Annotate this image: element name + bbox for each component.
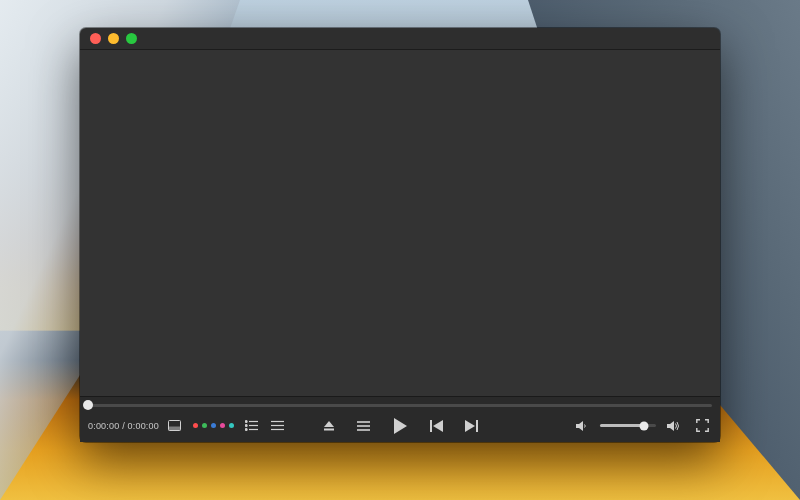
time-current: 0:00:00 bbox=[88, 421, 119, 431]
volume-slider[interactable] bbox=[600, 424, 656, 427]
svg-rect-12 bbox=[324, 428, 334, 430]
svg-marker-16 bbox=[394, 418, 407, 434]
svg-rect-17 bbox=[430, 420, 432, 432]
svg-marker-18 bbox=[433, 420, 443, 432]
seek-thumb[interactable] bbox=[83, 400, 93, 410]
video-viewport[interactable] bbox=[80, 50, 720, 396]
bookmarks-list-icon[interactable] bbox=[268, 416, 288, 436]
volume-high-icon[interactable] bbox=[664, 416, 684, 436]
svg-rect-20 bbox=[476, 420, 478, 432]
aspect-ratio-button[interactable] bbox=[165, 416, 185, 436]
window-zoom-button[interactable] bbox=[126, 33, 137, 44]
svg-point-4 bbox=[246, 425, 248, 427]
color-dot[interactable] bbox=[211, 423, 216, 428]
time-separator: / bbox=[122, 421, 125, 431]
controls-buttons-row: 0:00:00 / 0:00:00 bbox=[88, 413, 712, 438]
svg-marker-22 bbox=[667, 421, 674, 431]
seek-bar-row bbox=[88, 397, 712, 413]
playlist-button[interactable] bbox=[353, 416, 373, 436]
svg-marker-21 bbox=[576, 421, 583, 431]
time-total: 0:00:00 bbox=[128, 421, 159, 431]
media-player-window: 0:00:00 / 0:00:00 bbox=[80, 28, 720, 442]
desktop-wallpaper: 0:00:00 / 0:00:00 bbox=[0, 0, 800, 500]
fullscreen-button[interactable] bbox=[692, 416, 712, 436]
color-dot[interactable] bbox=[193, 423, 198, 428]
previous-track-button[interactable] bbox=[427, 416, 447, 436]
svg-point-6 bbox=[246, 429, 248, 431]
volume-thumb[interactable] bbox=[639, 421, 648, 430]
color-dot[interactable] bbox=[202, 423, 207, 428]
seek-slider[interactable] bbox=[88, 404, 712, 407]
window-close-button[interactable] bbox=[90, 33, 101, 44]
time-display: 0:00:00 / 0:00:00 bbox=[88, 421, 159, 431]
volume-fill bbox=[600, 424, 644, 427]
window-minimize-button[interactable] bbox=[108, 33, 119, 44]
color-dot[interactable] bbox=[220, 423, 225, 428]
controls-right-cluster bbox=[572, 416, 712, 436]
next-track-button[interactable] bbox=[461, 416, 481, 436]
svg-rect-1 bbox=[169, 427, 181, 431]
volume-low-icon[interactable] bbox=[572, 416, 592, 436]
color-preset-dots[interactable] bbox=[191, 423, 236, 428]
play-button[interactable] bbox=[387, 413, 413, 439]
eject-button[interactable] bbox=[319, 416, 339, 436]
chapters-list-icon[interactable] bbox=[242, 416, 262, 436]
svg-marker-19 bbox=[465, 420, 475, 432]
controls-center-cluster bbox=[319, 413, 481, 439]
svg-point-2 bbox=[246, 421, 248, 423]
playback-controls-bar: 0:00:00 / 0:00:00 bbox=[80, 396, 720, 442]
window-titlebar[interactable] bbox=[80, 28, 720, 50]
controls-left-cluster: 0:00:00 / 0:00:00 bbox=[88, 416, 288, 436]
color-dot[interactable] bbox=[229, 423, 234, 428]
svg-marker-11 bbox=[324, 421, 334, 427]
